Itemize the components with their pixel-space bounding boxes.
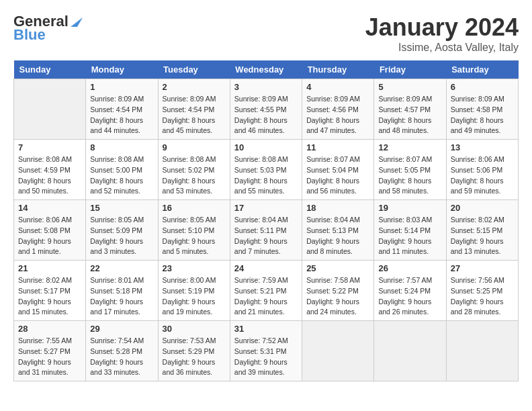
day-number: 4 (306, 82, 369, 92)
day-info: Sunrise: 8:09 AM Sunset: 4:54 PM Dayligh… (163, 94, 226, 136)
day-info: Sunrise: 8:04 AM Sunset: 5:13 PM Dayligh… (306, 215, 369, 257)
day-number: 7 (18, 142, 81, 152)
column-header-friday: Friday (374, 60, 446, 79)
day-number: 3 (234, 82, 298, 92)
svg-marker-0 (71, 17, 83, 27)
day-info: Sunrise: 7:59 AM Sunset: 5:21 PM Dayligh… (234, 275, 298, 318)
calendar-week-row: 21Sunrise: 8:02 AM Sunset: 5:17 PM Dayli… (14, 261, 519, 321)
day-number: 19 (378, 203, 441, 213)
day-number: 27 (451, 263, 514, 273)
day-info: Sunrise: 8:02 AM Sunset: 5:17 PM Dayligh… (18, 275, 81, 318)
title-section: January 2024 Issime, Aosta Valley, Italy (365, 13, 519, 54)
calendar-week-row: 28Sunrise: 7:55 AM Sunset: 5:27 PM Dayli… (14, 321, 519, 381)
logo-bird-icon (71, 13, 83, 27)
calendar-cell: 2Sunrise: 8:09 AM Sunset: 4:54 PM Daylig… (158, 79, 230, 140)
day-number: 2 (163, 82, 226, 92)
calendar-cell: 30Sunrise: 7:53 AM Sunset: 5:29 PM Dayli… (158, 321, 230, 381)
day-info: Sunrise: 8:00 AM Sunset: 5:19 PM Dayligh… (163, 275, 226, 318)
day-number: 31 (234, 324, 298, 334)
day-info: Sunrise: 8:09 AM Sunset: 4:56 PM Dayligh… (306, 94, 369, 136)
calendar-cell: 1Sunrise: 8:09 AM Sunset: 4:54 PM Daylig… (86, 79, 158, 140)
day-info: Sunrise: 7:58 AM Sunset: 5:22 PM Dayligh… (306, 275, 369, 318)
day-info: Sunrise: 8:05 AM Sunset: 5:09 PM Dayligh… (90, 215, 153, 257)
day-number: 17 (234, 203, 298, 213)
day-info: Sunrise: 8:08 AM Sunset: 4:59 PM Dayligh… (18, 154, 81, 197)
logo: General Blue (13, 13, 83, 43)
day-number: 26 (378, 263, 441, 273)
calendar-cell: 26Sunrise: 7:57 AM Sunset: 5:24 PM Dayli… (374, 261, 446, 321)
calendar-cell: 19Sunrise: 8:03 AM Sunset: 5:14 PM Dayli… (374, 200, 446, 261)
day-number: 15 (90, 203, 153, 213)
column-header-saturday: Saturday (446, 60, 518, 79)
day-info: Sunrise: 7:53 AM Sunset: 5:29 PM Dayligh… (163, 336, 226, 378)
day-info: Sunrise: 8:06 AM Sunset: 5:06 PM Dayligh… (451, 154, 514, 197)
day-info: Sunrise: 7:57 AM Sunset: 5:24 PM Dayligh… (378, 275, 441, 318)
calendar-cell (446, 321, 518, 381)
day-number: 9 (163, 142, 226, 152)
day-info: Sunrise: 7:56 AM Sunset: 5:25 PM Dayligh… (451, 275, 514, 318)
day-number: 21 (18, 263, 81, 273)
calendar-cell: 29Sunrise: 7:54 AM Sunset: 5:28 PM Dayli… (86, 321, 158, 381)
day-number: 14 (18, 203, 81, 213)
day-info: Sunrise: 8:03 AM Sunset: 5:14 PM Dayligh… (378, 215, 441, 257)
day-number: 11 (306, 142, 369, 152)
day-number: 20 (451, 203, 514, 213)
day-number: 16 (163, 203, 226, 213)
calendar-cell: 25Sunrise: 7:58 AM Sunset: 5:22 PM Dayli… (302, 261, 374, 321)
calendar-cell: 10Sunrise: 8:08 AM Sunset: 5:03 PM Dayli… (230, 140, 302, 200)
day-number: 12 (378, 142, 441, 152)
day-number: 13 (451, 142, 514, 152)
column-header-tuesday: Tuesday (158, 60, 230, 79)
calendar-cell (302, 321, 374, 381)
day-info: Sunrise: 8:04 AM Sunset: 5:11 PM Dayligh… (234, 215, 298, 257)
calendar-cell: 24Sunrise: 7:59 AM Sunset: 5:21 PM Dayli… (230, 261, 302, 321)
calendar-cell: 9Sunrise: 8:08 AM Sunset: 5:02 PM Daylig… (158, 140, 230, 200)
page-subtitle: Issime, Aosta Valley, Italy (365, 42, 519, 54)
logo-text-blue: Blue (13, 27, 46, 43)
day-number: 22 (90, 263, 153, 273)
day-number: 29 (90, 324, 153, 334)
calendar-cell: 18Sunrise: 8:04 AM Sunset: 5:13 PM Dayli… (302, 200, 374, 261)
day-info: Sunrise: 7:52 AM Sunset: 5:31 PM Dayligh… (234, 336, 298, 378)
day-info: Sunrise: 8:06 AM Sunset: 5:08 PM Dayligh… (18, 215, 81, 257)
calendar-cell: 31Sunrise: 7:52 AM Sunset: 5:31 PM Dayli… (230, 321, 302, 381)
day-number: 23 (163, 263, 226, 273)
day-info: Sunrise: 8:08 AM Sunset: 5:03 PM Dayligh… (234, 154, 298, 197)
day-number: 1 (90, 82, 153, 92)
calendar-cell: 20Sunrise: 8:02 AM Sunset: 5:15 PM Dayli… (446, 200, 518, 261)
day-info: Sunrise: 8:09 AM Sunset: 4:58 PM Dayligh… (451, 94, 514, 136)
calendar-cell: 17Sunrise: 8:04 AM Sunset: 5:11 PM Dayli… (230, 200, 302, 261)
day-info: Sunrise: 8:02 AM Sunset: 5:15 PM Dayligh… (451, 215, 514, 257)
calendar-week-row: 14Sunrise: 8:06 AM Sunset: 5:08 PM Dayli… (14, 200, 519, 261)
calendar-cell: 12Sunrise: 8:07 AM Sunset: 5:05 PM Dayli… (374, 140, 446, 200)
calendar-cell: 28Sunrise: 7:55 AM Sunset: 5:27 PM Dayli… (14, 321, 86, 381)
day-info: Sunrise: 8:09 AM Sunset: 4:54 PM Dayligh… (90, 94, 153, 136)
day-info: Sunrise: 8:01 AM Sunset: 5:18 PM Dayligh… (90, 275, 153, 318)
day-info: Sunrise: 8:07 AM Sunset: 5:04 PM Dayligh… (306, 154, 369, 197)
page-header: General Blue January 2024 Issime, Aosta … (13, 13, 519, 54)
day-number: 6 (451, 82, 514, 92)
day-info: Sunrise: 8:05 AM Sunset: 5:10 PM Dayligh… (163, 215, 226, 257)
day-number: 18 (306, 203, 369, 213)
calendar-cell: 5Sunrise: 8:09 AM Sunset: 4:57 PM Daylig… (374, 79, 446, 140)
day-info: Sunrise: 7:54 AM Sunset: 5:28 PM Dayligh… (90, 336, 153, 378)
calendar-cell: 27Sunrise: 7:56 AM Sunset: 5:25 PM Dayli… (446, 261, 518, 321)
day-number: 25 (306, 263, 369, 273)
calendar-header: SundayMondayTuesdayWednesdayThursdayFrid… (14, 60, 519, 79)
calendar-cell: 3Sunrise: 8:09 AM Sunset: 4:55 PM Daylig… (230, 79, 302, 140)
day-number: 5 (378, 82, 441, 92)
day-info: Sunrise: 8:09 AM Sunset: 4:55 PM Dayligh… (234, 94, 298, 136)
day-info: Sunrise: 8:09 AM Sunset: 4:57 PM Dayligh… (378, 94, 441, 136)
column-header-sunday: Sunday (14, 60, 86, 79)
day-number: 10 (234, 142, 298, 152)
day-number: 30 (163, 324, 226, 334)
column-header-monday: Monday (86, 60, 158, 79)
column-header-wednesday: Wednesday (230, 60, 302, 79)
calendar-table: SundayMondayTuesdayWednesdayThursdayFrid… (13, 60, 519, 381)
day-number: 24 (234, 263, 298, 273)
calendar-cell: 14Sunrise: 8:06 AM Sunset: 5:08 PM Dayli… (14, 200, 86, 261)
calendar-cell: 7Sunrise: 8:08 AM Sunset: 4:59 PM Daylig… (14, 140, 86, 200)
calendar-cell: 11Sunrise: 8:07 AM Sunset: 5:04 PM Dayli… (302, 140, 374, 200)
day-number: 28 (18, 324, 81, 334)
calendar-cell (374, 321, 446, 381)
